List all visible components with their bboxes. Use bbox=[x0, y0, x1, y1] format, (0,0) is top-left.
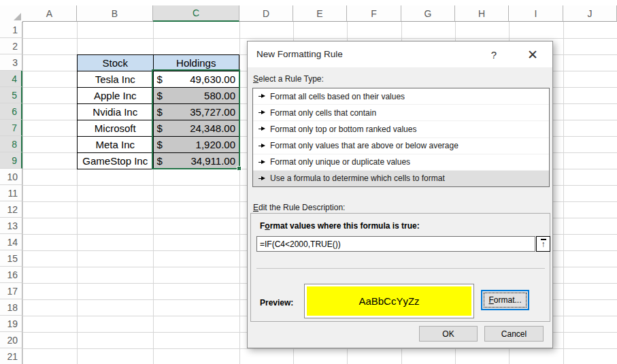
select-all-triangle-icon bbox=[14, 13, 21, 20]
amount-value: 580.00 bbox=[163, 90, 235, 101]
cell-holdings[interactable]: $1,920.00 bbox=[154, 137, 239, 153]
collapse-dialog-button[interactable]: ↑ bbox=[536, 236, 550, 252]
formula-label: Format values where this formula is true… bbox=[260, 221, 420, 231]
dialog-title: New Formatting Rule bbox=[256, 49, 343, 59]
row-header-11[interactable]: 11 bbox=[0, 185, 22, 201]
rule-arrow-icon bbox=[259, 126, 266, 132]
column-header-C[interactable]: C bbox=[153, 5, 239, 22]
column-header-G[interactable]: G bbox=[401, 5, 455, 22]
fill-handle[interactable] bbox=[237, 166, 241, 171]
rule-type-item[interactable]: Format only unique or duplicate values bbox=[253, 154, 549, 171]
row-header-1[interactable]: 1 bbox=[0, 22, 22, 38]
rule-type-text: Format only cells that contain bbox=[270, 108, 376, 118]
rule-type-item[interactable]: Format only cells that contain bbox=[253, 105, 549, 121]
select-all-corner[interactable] bbox=[0, 5, 23, 22]
table-header-holdings[interactable]: Holdings bbox=[154, 55, 239, 71]
table-row: Nvidia Inc$35,727.00 bbox=[78, 104, 239, 120]
rule-arrow-icon bbox=[259, 159, 266, 165]
format-button[interactable]: Format... bbox=[481, 290, 529, 310]
row-header-5[interactable]: 5 bbox=[0, 87, 22, 103]
amount-value: 24,348.00 bbox=[163, 122, 235, 134]
currency-symbol: $ bbox=[157, 155, 163, 167]
rule-type-item[interactable]: Format all cells based on their values bbox=[253, 88, 549, 105]
amount-value: 49,630.00 bbox=[163, 73, 235, 85]
row-header-17[interactable]: 17 bbox=[0, 283, 22, 299]
column-header-E[interactable]: E bbox=[293, 5, 347, 22]
row-header-9[interactable]: 9 bbox=[0, 152, 22, 169]
cell-holdings[interactable]: $580.00 bbox=[154, 88, 239, 104]
rule-type-text: Format only unique or duplicate values bbox=[270, 157, 410, 167]
row-header-16[interactable]: 16 bbox=[0, 267, 22, 283]
column-header-D[interactable]: D bbox=[239, 5, 293, 22]
rule-type-text: Format all cells based on their values bbox=[270, 92, 405, 101]
formula-input[interactable] bbox=[256, 236, 535, 252]
stock-table: StockHoldingsTesla Inc$49,630.00Apple In… bbox=[77, 54, 239, 169]
rule-type-text: Format only top or bottom ranked values bbox=[270, 125, 416, 134]
gridline-h bbox=[0, 348, 617, 349]
cell-stock[interactable]: Meta Inc bbox=[78, 137, 154, 153]
table-header-stock[interactable]: Stock bbox=[78, 55, 154, 71]
table-row: Microsoft$24,348.00 bbox=[78, 120, 239, 137]
row-header-14[interactable]: 14 bbox=[0, 234, 22, 250]
gridline-v bbox=[22, 22, 23, 364]
rule-type-item[interactable]: Format only top or bottom ranked values bbox=[253, 121, 549, 137]
dialog-titlebar[interactable]: New Formatting Rule ? ✕ bbox=[248, 42, 552, 67]
row-header-2[interactable]: 2 bbox=[0, 38, 22, 54]
cell-stock[interactable]: GameStop Inc bbox=[78, 153, 154, 169]
amount-value: 34,911.00 bbox=[163, 155, 235, 167]
rule-arrow-icon bbox=[259, 143, 266, 149]
row-header-8[interactable]: 8 bbox=[0, 136, 22, 152]
cancel-button[interactable]: Cancel bbox=[484, 326, 544, 342]
rule-type-text: Format only values that are above or bel… bbox=[270, 141, 458, 150]
row-header-15[interactable]: 15 bbox=[0, 250, 22, 267]
cell-holdings[interactable]: $34,911.00 bbox=[154, 153, 239, 169]
column-header-H[interactable]: H bbox=[455, 5, 509, 22]
row-header-12[interactable]: 12 bbox=[0, 201, 22, 218]
currency-symbol: $ bbox=[157, 106, 163, 118]
row-header-20[interactable]: 20 bbox=[0, 332, 22, 348]
row-header-10[interactable]: 10 bbox=[0, 169, 22, 185]
group-divider bbox=[256, 268, 545, 269]
close-icon[interactable]: ✕ bbox=[524, 46, 541, 63]
rule-type-item[interactable]: Use a formula to determine which cells t… bbox=[253, 171, 549, 186]
column-header-I[interactable]: I bbox=[509, 5, 563, 22]
rule-arrow-icon bbox=[259, 110, 266, 116]
column-header-B[interactable]: B bbox=[77, 5, 153, 22]
gridline-h bbox=[0, 38, 617, 39]
row-header-3[interactable]: 3 bbox=[0, 54, 22, 71]
new-formatting-rule-dialog: New Formatting Rule ? ✕ Select a Rule Ty… bbox=[247, 41, 553, 348]
rule-type-text: Use a formula to determine which cells t… bbox=[270, 173, 445, 183]
table-row: Tesla Inc$49,630.00 bbox=[78, 71, 239, 88]
edit-rule-description-label: Edit the Rule Description: bbox=[253, 203, 345, 212]
cell-holdings[interactable]: $35,727.00 bbox=[154, 104, 239, 120]
cell-stock[interactable]: Microsoft bbox=[78, 120, 154, 137]
cell-stock[interactable]: Apple Inc bbox=[78, 88, 154, 104]
row-header-6[interactable]: 6 bbox=[0, 103, 22, 120]
cell-holdings[interactable]: $49,630.00 bbox=[154, 71, 239, 88]
rule-description-group: Format values where this formula is true… bbox=[250, 213, 550, 322]
rule-arrow-icon bbox=[259, 93, 266, 99]
table-row: Apple Inc$580.00 bbox=[78, 88, 239, 104]
amount-value: 1,920.00 bbox=[163, 139, 235, 150]
gridline-v bbox=[239, 22, 240, 364]
row-header-18[interactable]: 18 bbox=[0, 299, 22, 316]
column-header-A[interactable]: A bbox=[22, 5, 77, 22]
column-header-F[interactable]: F bbox=[347, 5, 401, 22]
help-icon[interactable]: ? bbox=[485, 46, 503, 63]
rule-type-item[interactable]: Format only values that are above or bel… bbox=[253, 138, 549, 154]
row-header-13[interactable]: 13 bbox=[0, 218, 22, 234]
currency-symbol: $ bbox=[157, 90, 163, 101]
row-header-21[interactable]: 21 bbox=[0, 348, 22, 364]
cell-stock[interactable]: Tesla Inc bbox=[78, 71, 154, 88]
row-header-19[interactable]: 19 bbox=[0, 316, 22, 332]
excel-window: ABCDEFGHIJ 12345678910111213141516171819… bbox=[0, 0, 617, 364]
ok-button[interactable]: OK bbox=[419, 326, 478, 342]
table-row: Meta Inc$1,920.00 bbox=[78, 137, 239, 153]
preview-sample: AaBbCcYyZz bbox=[307, 286, 471, 316]
column-header-J[interactable]: J bbox=[563, 5, 617, 22]
cell-stock[interactable]: Nvidia Inc bbox=[78, 104, 154, 120]
row-header-7[interactable]: 7 bbox=[0, 120, 22, 136]
cell-holdings[interactable]: $24,348.00 bbox=[154, 120, 239, 137]
row-header-4[interactable]: 4 bbox=[0, 71, 22, 87]
currency-symbol: $ bbox=[157, 139, 163, 150]
